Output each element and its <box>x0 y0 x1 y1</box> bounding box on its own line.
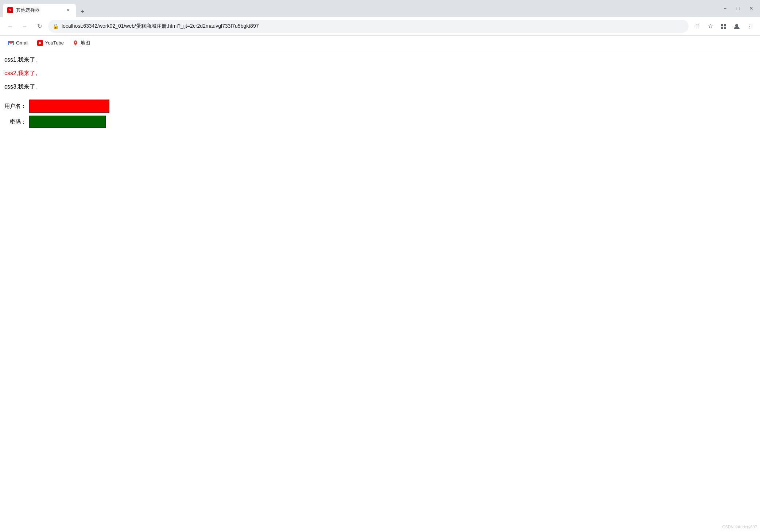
svg-point-6 <box>75 42 76 43</box>
bookmark-icon[interactable]: ☆ <box>705 20 716 32</box>
gmail-label: Gmail <box>16 40 28 46</box>
maps-label: 地图 <box>81 40 90 46</box>
share-icon[interactable]: ⇧ <box>691 20 703 32</box>
youtube-favicon <box>37 40 43 46</box>
svg-rect-3 <box>724 27 726 29</box>
close-button[interactable]: ✕ <box>745 3 757 14</box>
tab-area: S 其他选择器 ✕ + <box>3 0 716 17</box>
tab-title: 其他选择器 <box>16 7 62 13</box>
bookmarks-bar: Gmail YouTube 地图 <box>0 36 760 50</box>
maximize-button[interactable]: □ <box>732 3 744 14</box>
reload-button[interactable]: ↻ <box>34 20 45 32</box>
password-input[interactable] <box>29 116 106 128</box>
css3-paragraph: css3,我来了。 <box>4 83 756 91</box>
login-form: 用户名： 密码： <box>4 100 756 128</box>
svg-rect-2 <box>721 27 723 29</box>
password-label: 密码： <box>4 119 26 125</box>
svg-point-4 <box>735 24 738 27</box>
active-tab[interactable]: S 其他选择器 ✕ <box>3 4 76 17</box>
css2-paragraph: css2,我来了。 <box>4 70 756 77</box>
username-label: 用户名： <box>4 103 26 110</box>
username-row: 用户名： <box>4 100 756 113</box>
new-tab-button[interactable]: + <box>77 7 88 17</box>
back-button[interactable]: ← <box>4 20 16 32</box>
css1-paragraph: css1,我来了。 <box>4 56 756 64</box>
extensions-icon[interactable] <box>718 20 729 32</box>
page-content: css1,我来了。 css2,我来了。 css3,我来了。 用户名： 密码： <box>0 50 760 532</box>
window-controls: − □ ✕ <box>719 3 757 14</box>
bookmark-youtube[interactable]: YouTube <box>34 39 67 47</box>
browser-window: S 其他选择器 ✕ + − □ ✕ ← → ↻ 🔒 localhost:6334… <box>0 0 760 532</box>
page-footer: CSDN ©Audery897 <box>722 525 757 529</box>
svg-rect-0 <box>721 24 723 26</box>
youtube-label: YouTube <box>45 40 64 46</box>
gmail-favicon <box>8 40 14 46</box>
tab-favicon-img: S <box>7 7 13 13</box>
password-row: 密码： <box>4 116 756 128</box>
menu-icon[interactable]: ⋮ <box>744 20 756 32</box>
minimize-button[interactable]: − <box>719 3 731 14</box>
username-input[interactable] <box>29 100 109 113</box>
address-bar: ← → ↻ 🔒 localhost:63342/work02_01/web/蛋糕… <box>0 17 760 36</box>
maps-favicon <box>73 40 78 46</box>
tab-close-button[interactable]: ✕ <box>65 7 71 13</box>
url-bar[interactable]: 🔒 localhost:63342/work02_01/web/蛋糕商城注册.h… <box>48 20 689 33</box>
bookmark-gmail[interactable]: Gmail <box>4 39 32 47</box>
title-bar: S 其他选择器 ✕ + − □ ✕ <box>0 0 760 17</box>
url-text: localhost:63342/work02_01/web/蛋糕商城注册.htm… <box>62 23 684 30</box>
bookmark-maps[interactable]: 地图 <box>69 38 94 48</box>
lock-icon: 🔒 <box>53 23 59 29</box>
tab-favicon: S <box>7 7 13 13</box>
forward-button[interactable]: → <box>19 20 31 32</box>
profile-icon[interactable] <box>731 20 742 32</box>
toolbar-icons: ⇧ ☆ ⋮ <box>691 20 756 32</box>
svg-rect-1 <box>724 24 726 26</box>
